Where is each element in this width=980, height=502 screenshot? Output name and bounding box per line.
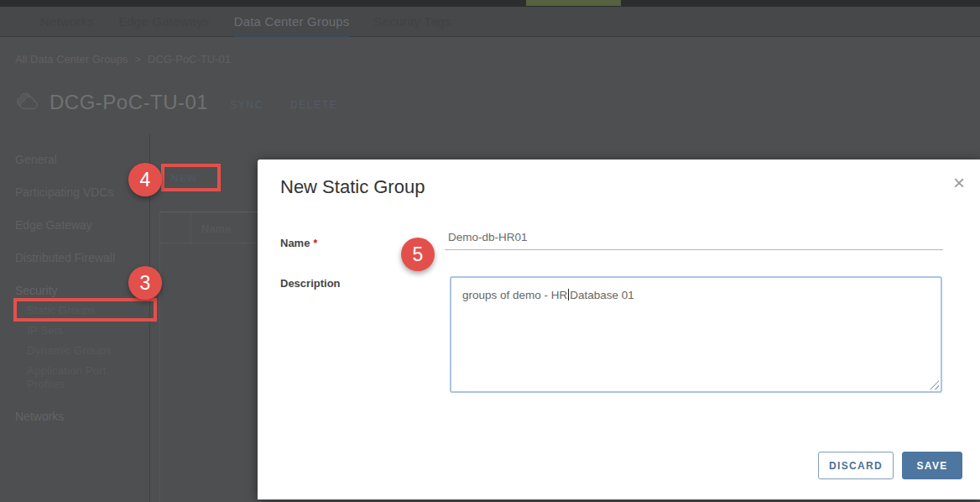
page-header: DCG-PoC-TU-01 SYNC DELETE (15, 89, 337, 116)
save-button[interactable]: SAVE (902, 452, 962, 479)
annotation-step-3: 3 (128, 266, 162, 300)
breadcrumb: All Data Center Groups > DCG-PoC-TU-01 (15, 53, 231, 65)
sidebar-item-participating-vdcs[interactable]: Participating VDCs (15, 186, 114, 199)
sync-button[interactable]: SYNC (230, 99, 263, 111)
table-column-name[interactable]: Name (201, 222, 231, 235)
tab-edge-gateways[interactable]: Edge Gateways (118, 7, 210, 36)
description-text-after-cursor: Database 01 (570, 289, 634, 301)
textarea-resize-handle[interactable] (930, 380, 939, 390)
new-static-group-modal: New Static Group × Name* Description gro… (258, 159, 980, 499)
sidebar-section-security[interactable]: Security (15, 284, 58, 297)
sidebar-item-dynamic-groups[interactable]: Dynamic Groups (27, 344, 112, 358)
sub-tab-bar: Networks Edge Gateways Data Center Group… (0, 7, 980, 37)
close-icon[interactable]: × (953, 173, 965, 193)
cloud-group-icon (15, 89, 42, 116)
table-column-divider (190, 212, 191, 243)
content-panel-border (159, 212, 160, 502)
description-field-label: Description (280, 277, 341, 290)
annotation-box-static-groups (13, 298, 157, 322)
tab-networks[interactable]: Networks (40, 7, 94, 36)
sidebar-item-application-port-profiles[interactable]: Application Port Profiles (27, 364, 121, 391)
sidebar-nav: General Participating VDCs Edge Gateway … (0, 143, 149, 502)
vcloud-director-screen: Networks Edge Gateways Data Center Group… (0, 0, 980, 502)
breadcrumb-separator: > (134, 53, 141, 65)
sidebar-section-networks[interactable]: Networks (15, 410, 64, 423)
annotation-box-new-button (161, 164, 221, 191)
page-title: DCG-PoC-TU-01 (50, 91, 208, 114)
sidebar-item-general[interactable]: General (15, 153, 57, 166)
required-asterisk: * (313, 238, 317, 249)
annotation-step-5: 5 (401, 238, 435, 271)
top-nav-accent-bar (526, 0, 621, 6)
annotation-step-4: 4 (128, 163, 162, 196)
breadcrumb-current: DCG-PoC-TU-01 (148, 53, 231, 65)
name-input[interactable] (445, 228, 943, 250)
sidebar-item-ip-sets[interactable]: IP Sets (27, 324, 63, 337)
tab-security-tags[interactable]: Security Tags (373, 7, 451, 36)
description-text-before-cursor: groups of demo - HR (462, 289, 567, 301)
sidebar-item-edge-gateway[interactable]: Edge Gateway (15, 218, 92, 232)
tab-data-center-groups[interactable]: Data Center Groups (234, 7, 350, 36)
delete-button[interactable]: DELETE (290, 99, 337, 111)
name-label-text: Name (280, 237, 310, 249)
description-textarea[interactable]: groups of demo - HRDatabase 01 (450, 276, 942, 393)
name-field-label: Name* (280, 237, 317, 249)
modal-title: New Static Group (280, 176, 425, 198)
top-header-strip (0, 0, 980, 7)
breadcrumb-parent-link[interactable]: All Data Center Groups (15, 53, 128, 65)
discard-button[interactable]: DISCARD (818, 452, 894, 479)
sidebar-item-distributed-firewall[interactable]: Distributed Firewall (15, 251, 115, 264)
